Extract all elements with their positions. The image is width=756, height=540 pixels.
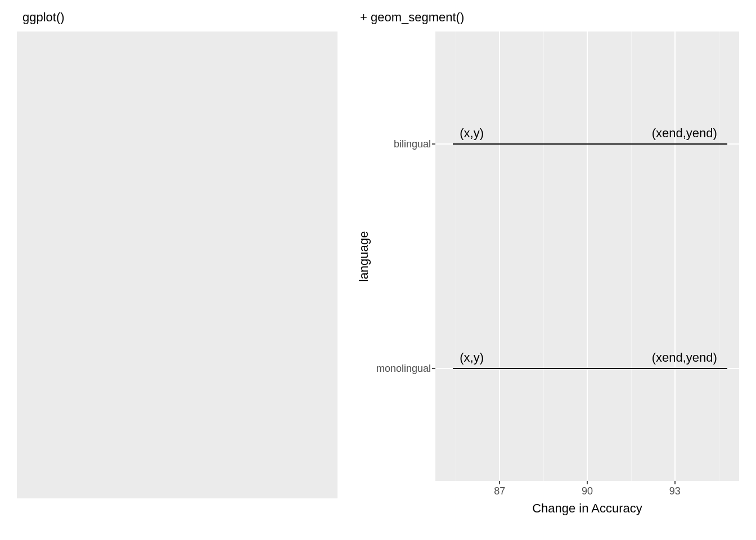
gridline-v-minor — [719, 32, 719, 481]
panel-left-bg — [17, 32, 338, 498]
annotation-start: (x,y) — [460, 350, 484, 368]
annotation-end: (xend,yend) — [652, 126, 717, 144]
y-tick-label: bilingual — [394, 138, 431, 150]
panel-right-bg: (x,y) (xend,yend) (x,y) (xend,yend) — [435, 32, 739, 481]
panel-left: ggplot() — [17, 11, 338, 520]
annotation-start: (x,y) — [460, 126, 484, 144]
panel-right-body: language bilingual monolingual — [354, 32, 739, 481]
x-tick-mark — [587, 481, 588, 484]
gridline-v — [674, 32, 676, 481]
panel-left-title: ggplot() — [17, 11, 338, 32]
y-tick-label: monolingual — [376, 363, 431, 375]
panel-right: + geom_segment() language bilingual mono… — [354, 11, 739, 520]
x-axis-area: 87 90 93 Change in Accuracy — [435, 481, 739, 520]
annotation-end: (xend,yend) — [652, 350, 717, 368]
x-tick-label: 93 — [669, 485, 681, 497]
x-axis-label: Change in Accuracy — [532, 501, 642, 516]
gridline-v-minor — [631, 32, 632, 481]
x-tick-label: 87 — [494, 485, 505, 497]
x-tick-mark — [674, 481, 676, 484]
y-ticks: bilingual monolingual — [374, 32, 435, 481]
panel-left-body — [17, 32, 338, 520]
y-axis-label: language — [357, 231, 371, 282]
x-tick-label: 90 — [582, 485, 593, 497]
gridline-v — [587, 32, 588, 481]
x-tick-mark — [499, 481, 500, 484]
gridline-v-minor — [456, 32, 456, 481]
gridline-v — [499, 32, 500, 481]
panel-right-main: (x,y) (xend,yend) (x,y) (xend,yend) — [435, 32, 739, 481]
figure: ggplot() + geom_segment() language bilin… — [0, 0, 756, 540]
ylabel-container: language — [354, 32, 374, 481]
panel-right-title: + geom_segment() — [354, 11, 739, 32]
gridline-v-minor — [543, 32, 544, 481]
x-axis: 87 90 93 Change in Accuracy — [354, 481, 739, 520]
